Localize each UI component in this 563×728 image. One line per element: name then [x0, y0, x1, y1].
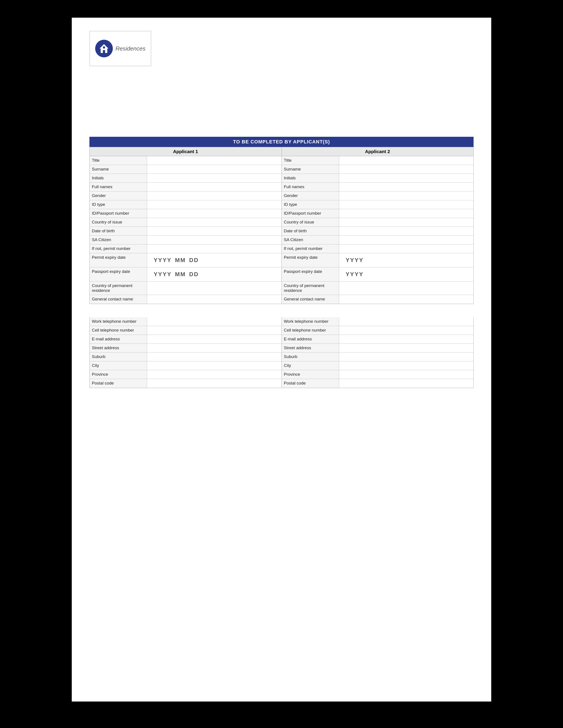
applicant2-contact-col: Work telephone number Cell telephone num…: [282, 317, 474, 388]
table-row: SA Citizen: [90, 236, 282, 244]
field-value-email-2[interactable]: [339, 335, 474, 343]
field-value-province-1[interactable]: [147, 370, 282, 379]
field-value-celltel-2[interactable]: [339, 326, 474, 335]
table-row: If not, permit number: [282, 244, 474, 253]
table-row: Passport expiry date YYYY MM DD: [90, 267, 282, 281]
field-value-contactname-2[interactable]: [339, 295, 474, 304]
table-row: Suburb: [90, 353, 282, 361]
table-row: Country of permanent residence: [90, 281, 282, 295]
field-label-postal-2: Postal code: [282, 379, 339, 388]
field-value-province-2[interactable]: [339, 370, 474, 379]
field-label-street-2: Street address: [282, 344, 339, 352]
field-value-postal-2[interactable]: [339, 379, 474, 388]
field-label-countryperm-2: Country of permanent residence: [282, 281, 339, 295]
form-columns: Title Surname Initials Full names: [89, 156, 474, 304]
field-value-surname-2[interactable]: [339, 165, 474, 174]
logo-text: Residences: [115, 45, 145, 52]
table-row: ID type: [282, 200, 474, 209]
field-value-city-2[interactable]: [339, 361, 474, 370]
field-label-permitexpiry-2: Permit expiry date: [282, 253, 339, 267]
applicants-header: Applicant 1 Applicant 2: [89, 147, 474, 156]
date-placeholder-passport-2: YYYY: [341, 269, 471, 280]
field-value-fullnames-1[interactable]: [147, 183, 282, 191]
field-label-permit-1: If not, permit number: [90, 244, 147, 253]
field-value-dob-2[interactable]: [339, 227, 474, 235]
table-row: Initials: [90, 174, 282, 183]
field-value-permitexpiry-2[interactable]: YYYY: [339, 253, 474, 267]
field-label-countryissue-2: Country of issue: [282, 218, 339, 227]
field-label-countryissue-1: Country of issue: [90, 218, 147, 227]
field-value-gender-1[interactable]: [147, 191, 282, 200]
table-row: Province: [90, 370, 282, 379]
field-label-province-2: Province: [282, 370, 339, 379]
field-label-idtype-1: ID type: [90, 200, 147, 209]
field-value-passportexpiry-1[interactable]: YYYY MM DD: [147, 267, 282, 281]
field-value-suburb-1[interactable]: [147, 353, 282, 361]
table-row: Surname: [282, 165, 474, 174]
field-value-sacitizen-1[interactable]: [147, 236, 282, 244]
field-label-passportexpiry-2: Passport expiry date: [282, 267, 339, 281]
field-value-surname-1[interactable]: [147, 165, 282, 174]
field-value-countryperm-2[interactable]: [339, 281, 474, 295]
field-label-gender-1: Gender: [90, 191, 147, 200]
field-value-email-1[interactable]: [147, 335, 282, 343]
field-label-surname-1: Surname: [90, 165, 147, 174]
field-label-initials-2: Initials: [282, 174, 339, 182]
table-row: ID/Passport number: [90, 209, 282, 218]
date-placeholder-passport-1: YYYY MM DD: [149, 269, 279, 280]
table-row: ID type: [90, 200, 282, 209]
field-value-city-1[interactable]: [147, 361, 282, 370]
applicant2-header: Applicant 2: [282, 147, 474, 156]
field-value-permit-1[interactable]: [147, 244, 282, 253]
table-row: General contact name: [282, 295, 474, 304]
field-value-permit-2[interactable]: [339, 244, 474, 253]
field-label-idpassport-1: ID/Passport number: [90, 209, 147, 218]
field-value-suburb-2[interactable]: [339, 353, 474, 361]
date-dd-passport-1: DD: [189, 271, 199, 278]
field-label-gender-2: Gender: [282, 191, 339, 200]
logo-house-icon: [98, 43, 109, 54]
table-row: Street address: [282, 344, 474, 353]
field-value-countryissue-2[interactable]: [339, 218, 474, 227]
field-label-permitexpiry-1: Permit expiry date: [90, 253, 147, 267]
field-value-contactname-1[interactable]: [147, 295, 282, 304]
field-value-idtype-2[interactable]: [339, 200, 474, 209]
field-value-idtype-1[interactable]: [147, 200, 282, 209]
field-value-postal-1[interactable]: [147, 379, 282, 388]
field-value-street-1[interactable]: [147, 344, 282, 352]
field-value-title-1[interactable]: [147, 156, 282, 165]
table-row: Suburb: [282, 353, 474, 361]
table-row: Date of birth: [282, 227, 474, 236]
table-row: Country of issue: [282, 218, 474, 227]
field-value-passportexpiry-2[interactable]: YYYY: [339, 267, 474, 281]
field-value-permitexpiry-1[interactable]: YYYY MM DD: [147, 253, 282, 267]
field-value-countryissue-1[interactable]: [147, 218, 282, 227]
field-value-idpassport-2[interactable]: [339, 209, 474, 218]
field-value-dob-1[interactable]: [147, 227, 282, 235]
field-value-street-2[interactable]: [339, 344, 474, 352]
table-row: Surname: [90, 165, 282, 174]
logo-inner: Residences: [95, 40, 145, 57]
field-value-idpassport-1[interactable]: [147, 209, 282, 218]
field-value-worktel-2[interactable]: [339, 317, 474, 326]
field-value-countryperm-1[interactable]: [147, 281, 282, 295]
logo-circle: [95, 40, 113, 57]
field-value-worktel-1[interactable]: [147, 317, 282, 326]
contact-section: Work telephone number Cell telephone num…: [89, 317, 474, 388]
table-row: Country of issue: [90, 218, 282, 227]
table-row: Initials: [282, 174, 474, 183]
field-value-title-2[interactable]: [339, 156, 474, 165]
field-label-city-1: City: [90, 361, 147, 370]
field-value-celltel-1[interactable]: [147, 326, 282, 335]
field-value-fullnames-2[interactable]: [339, 183, 474, 191]
field-label-city-2: City: [282, 361, 339, 370]
field-value-sacitizen-2[interactable]: [339, 236, 474, 244]
field-value-initials-2[interactable]: [339, 174, 474, 182]
field-label-title-2: Title: [282, 156, 339, 165]
field-label-postal-1: Postal code: [90, 379, 147, 388]
field-label-street-1: Street address: [90, 344, 147, 352]
field-value-initials-1[interactable]: [147, 174, 282, 182]
table-row: Permit expiry date YYYY MM DD: [90, 253, 282, 267]
field-label-passportexpiry-1: Passport expiry date: [90, 267, 147, 281]
field-value-gender-2[interactable]: [339, 191, 474, 200]
